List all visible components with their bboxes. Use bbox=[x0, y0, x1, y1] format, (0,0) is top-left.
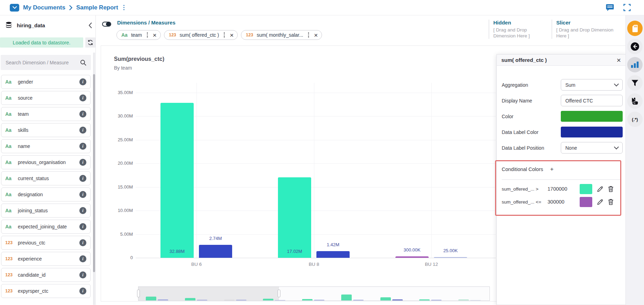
field-item-source[interactable]: Aasourcei bbox=[1, 91, 91, 105]
delete-rule-button[interactable] bbox=[608, 186, 614, 192]
comments-button[interactable] bbox=[606, 4, 614, 11]
fullscreen-button[interactable] bbox=[623, 4, 631, 11]
navigator-bar bbox=[458, 299, 469, 300]
close-panel-icon[interactable]: × bbox=[617, 56, 621, 64]
field-item-joining_status[interactable]: Aajoining_statusi bbox=[1, 204, 91, 218]
chevron-down-icon bbox=[614, 144, 619, 149]
field-item-gender[interactable]: Aagenderi bbox=[1, 75, 91, 89]
chip-menu-icon[interactable] bbox=[307, 32, 310, 38]
info-icon[interactable]: i bbox=[79, 271, 86, 278]
rule-color-swatch[interactable] bbox=[580, 197, 592, 207]
field-item-name[interactable]: Aanamei bbox=[1, 139, 91, 153]
edit-rule-button[interactable] bbox=[597, 186, 603, 192]
rule-color-swatch[interactable] bbox=[580, 184, 592, 194]
info-icon[interactable]: i bbox=[79, 111, 86, 118]
chip-remove-icon[interactable]: × bbox=[230, 32, 234, 38]
regex-tool-button[interactable]: (.*) bbox=[627, 112, 643, 127]
navigator-bar bbox=[185, 298, 195, 300]
report-menu-button[interactable] bbox=[122, 4, 126, 11]
chip-team[interactable]: Aateam× bbox=[116, 30, 161, 40]
display-name-input[interactable] bbox=[561, 95, 623, 106]
field-item-current_status[interactable]: Aacurrent_statusi bbox=[1, 171, 91, 185]
breadcrumb: My Documents Sample Report bbox=[10, 4, 126, 12]
field-type-icon: Aa bbox=[5, 111, 16, 117]
aggregation-value: Sum bbox=[565, 82, 575, 88]
sidebar-scrollbar-thumb[interactable] bbox=[93, 74, 95, 272]
search-input[interactable] bbox=[5, 59, 80, 66]
chip-remove-icon[interactable]: × bbox=[153, 32, 157, 38]
navigator-handle-left[interactable] bbox=[137, 290, 140, 297]
chip-remove-icon[interactable]: × bbox=[314, 32, 318, 38]
info-icon[interactable]: i bbox=[79, 159, 86, 166]
search-icon[interactable] bbox=[80, 59, 87, 66]
data-label-color-swatch[interactable] bbox=[561, 127, 623, 137]
data-label-position-select[interactable]: None bbox=[561, 142, 623, 154]
back-button[interactable] bbox=[627, 39, 643, 54]
chart-tool-button[interactable] bbox=[627, 57, 643, 72]
field-type-icon: 123 bbox=[5, 289, 16, 293]
aggregation-select[interactable]: Sum bbox=[561, 79, 623, 91]
breadcrumb-root[interactable]: My Documents bbox=[23, 4, 65, 11]
bar-BU6-s1[interactable] bbox=[160, 103, 194, 258]
folder-icon[interactable] bbox=[10, 4, 19, 12]
info-icon[interactable]: i bbox=[79, 223, 86, 230]
field-item-candidate_id[interactable]: 123candidate_idi bbox=[1, 268, 91, 282]
field-item-expected_joining_date[interactable]: Aaexpected_joining_datei bbox=[1, 220, 91, 234]
bar-BU12-s2[interactable] bbox=[434, 257, 467, 258]
builder-toggle[interactable] bbox=[102, 22, 111, 27]
datastore-button[interactable] bbox=[627, 21, 643, 36]
info-icon[interactable]: i bbox=[79, 78, 86, 85]
slicer-hint: [ Drag and Drop Dimension Here ] bbox=[556, 27, 623, 39]
bar-BU8-s2[interactable] bbox=[316, 251, 350, 258]
field-item-team[interactable]: Aateami bbox=[1, 107, 91, 121]
bar-BU12-s1[interactable] bbox=[395, 256, 429, 258]
info-icon[interactable]: i bbox=[79, 255, 86, 262]
memory-card-icon bbox=[632, 24, 638, 33]
hidden-dropzone[interactable]: Hidden [ Drag and Drop Dimension Here ] bbox=[489, 20, 549, 39]
interaction-tool-button[interactable] bbox=[627, 93, 643, 109]
navigator-bar bbox=[146, 297, 156, 300]
collapse-sidebar-button[interactable] bbox=[88, 22, 92, 28]
delete-rule-button[interactable] bbox=[608, 199, 614, 205]
chip-menu-icon[interactable] bbox=[145, 32, 149, 38]
bar-BU8-s1[interactable] bbox=[278, 177, 311, 258]
field-item-designation[interactable]: Aadesignationi bbox=[1, 187, 91, 201]
field-label: team bbox=[18, 111, 29, 117]
chip-menu-icon[interactable] bbox=[222, 32, 226, 38]
navigator-selection[interactable] bbox=[138, 287, 279, 300]
info-icon[interactable]: i bbox=[79, 127, 86, 134]
info-icon[interactable]: i bbox=[79, 239, 86, 246]
info-icon[interactable]: i bbox=[79, 143, 86, 150]
bar-BU6-s2[interactable] bbox=[199, 245, 232, 258]
edit-rule-button[interactable] bbox=[597, 199, 603, 205]
field-item-expyrsper_ctc[interactable]: 123expyrsper_ctci bbox=[1, 284, 91, 298]
breadcrumb-current[interactable]: Sample Report bbox=[76, 4, 118, 11]
slicer-dropzone[interactable]: Slicer [ Drag and Drop Dimension Here ] bbox=[552, 20, 626, 39]
navigator-bar bbox=[470, 300, 481, 300]
hand-pointer-icon bbox=[631, 97, 638, 105]
chart-navigator[interactable] bbox=[138, 286, 490, 301]
hidden-title: Hidden bbox=[493, 20, 549, 26]
conditional-rule: sum_offered_... >1700000 bbox=[502, 184, 621, 194]
filter-tool-button[interactable] bbox=[627, 75, 643, 91]
info-icon[interactable]: i bbox=[79, 191, 86, 198]
navigator-bar bbox=[224, 300, 235, 300]
color-swatch[interactable] bbox=[561, 111, 623, 122]
navigator-bar bbox=[314, 300, 324, 300]
field-item-experience[interactable]: 123experiencei bbox=[1, 252, 91, 266]
data-label-color-label: Data Label Color bbox=[502, 129, 538, 135]
info-icon[interactable]: i bbox=[79, 288, 86, 295]
info-icon[interactable]: i bbox=[79, 207, 86, 214]
field-item-previous_ctc[interactable]: 123previous_ctci bbox=[1, 236, 91, 250]
add-conditional-color-button[interactable]: + bbox=[550, 166, 553, 173]
field-label: experience bbox=[18, 256, 42, 262]
refresh-button[interactable] bbox=[85, 37, 95, 48]
info-icon[interactable]: i bbox=[79, 94, 86, 101]
info-icon[interactable]: i bbox=[79, 175, 86, 182]
field-item-previous_organisation[interactable]: Aaprevious_organisationi bbox=[1, 155, 91, 169]
chip-sum-monthly_salar-[interactable]: 123sum( monthly_salar...× bbox=[241, 30, 322, 40]
chip-label: team bbox=[131, 32, 142, 38]
chip-sum-offered_ctc-[interactable]: 123sum( offered_ctc )× bbox=[164, 30, 238, 40]
navigator-handle-right[interactable] bbox=[278, 290, 280, 297]
field-item-skills[interactable]: Aaskillsi bbox=[1, 123, 91, 137]
